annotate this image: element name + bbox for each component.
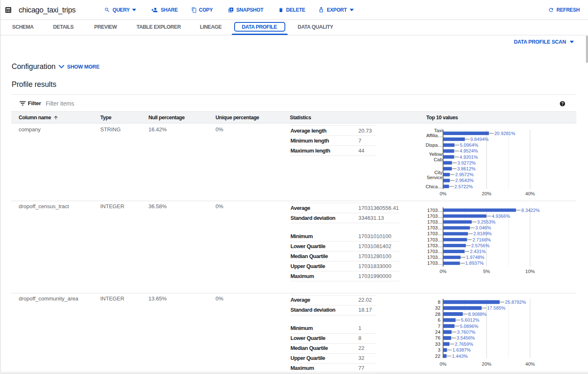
svg-text:32: 32 — [435, 305, 441, 310]
svg-text:9.8494%: 9.8494% — [470, 137, 488, 142]
svg-text:1703…: 1703… — [427, 231, 443, 236]
svg-text:3: 3 — [438, 347, 440, 352]
svg-text:2.431%: 2.431% — [470, 249, 486, 254]
svg-text:2.7659%: 2.7659% — [455, 342, 473, 347]
svg-text:Yellow: Yellow — [429, 152, 443, 157]
svg-text:0%: 0% — [440, 191, 447, 196]
svg-text:3.046%: 3.046% — [475, 225, 491, 230]
svg-text:20%: 20% — [482, 191, 491, 196]
svg-text:1703…: 1703… — [427, 255, 443, 260]
svg-text:3.8612%: 3.8612% — [457, 166, 475, 171]
svg-text:40%: 40% — [525, 191, 535, 196]
svg-text:1703…: 1703… — [427, 261, 443, 266]
svg-text:Chica…: Chica… — [426, 184, 443, 189]
svg-text:8: 8 — [438, 300, 440, 305]
svg-text:3.2553%: 3.2553% — [477, 219, 495, 224]
svg-text:22: 22 — [435, 354, 441, 359]
svg-text:5.0896%: 5.0896% — [460, 324, 478, 329]
svg-text:3.9272%: 3.9272% — [457, 160, 475, 165]
svg-text:33: 33 — [435, 342, 441, 347]
svg-text:20%: 20% — [482, 362, 491, 367]
svg-text:6: 6 — [438, 317, 440, 322]
svg-text:2.7166%: 2.7166% — [473, 237, 491, 242]
svg-text:4.9366%: 4.9366% — [492, 214, 510, 219]
svg-text:76: 76 — [435, 335, 441, 340]
svg-text:2.9572%: 2.9572% — [455, 172, 473, 177]
svg-text:5%: 5% — [483, 269, 490, 274]
svg-text:25.8792%: 25.8792% — [505, 300, 526, 305]
svg-text:4.9524%: 4.9524% — [460, 148, 478, 153]
svg-text:0%: 0% — [440, 362, 447, 367]
svg-text:4.9201%: 4.9201% — [460, 155, 478, 160]
svg-text:1703…: 1703… — [427, 214, 443, 219]
svg-text:2.5722%: 2.5722% — [454, 184, 473, 189]
svg-text:2.9543%: 2.9543% — [455, 178, 473, 183]
svg-text:24: 24 — [435, 330, 441, 335]
svg-text:5.6012%: 5.6012% — [461, 317, 479, 322]
svg-text:28: 28 — [435, 312, 441, 317]
svg-text:0%: 0% — [440, 269, 447, 274]
svg-text:1703…: 1703… — [427, 208, 443, 213]
svg-text:Dispa…: Dispa… — [426, 143, 443, 148]
svg-text:Affilia…: Affilia… — [426, 133, 442, 138]
svg-text:1.6387%: 1.6387% — [452, 347, 470, 352]
svg-text:8.3422%: 8.3422% — [522, 208, 540, 213]
svg-text:3.7607%: 3.7607% — [457, 330, 475, 335]
svg-text:Cab: Cab — [434, 157, 443, 162]
svg-text:7: 7 — [438, 324, 440, 329]
svg-text:1703…: 1703… — [427, 225, 443, 230]
svg-text:17.585%: 17.585% — [487, 305, 505, 310]
svg-text:2.5756%: 2.5756% — [471, 243, 490, 248]
svg-text:1703…: 1703… — [427, 249, 443, 254]
svg-text:5.0964%: 5.0964% — [460, 143, 478, 148]
svg-text:City: City — [434, 170, 443, 175]
svg-text:Service: Service — [427, 175, 443, 180]
svg-text:20.9281%: 20.9281% — [494, 131, 515, 136]
svg-text:10%: 10% — [525, 269, 535, 274]
svg-text:1703…: 1703… — [427, 219, 443, 224]
svg-text:1.9748%: 1.9748% — [466, 255, 484, 260]
svg-text:3.5456%: 3.5456% — [456, 335, 475, 340]
svg-text:40%: 40% — [525, 362, 535, 367]
svg-text:1.8937%: 1.8937% — [466, 261, 484, 266]
svg-text:8.9088%: 8.9088% — [468, 312, 487, 317]
svg-text:1703…: 1703… — [427, 243, 443, 248]
svg-text:Taxi: Taxi — [434, 128, 442, 133]
svg-text:2.8189%: 2.8189% — [473, 231, 492, 236]
svg-text:1.443%: 1.443% — [452, 354, 468, 359]
svg-text:1703…: 1703… — [427, 237, 443, 242]
